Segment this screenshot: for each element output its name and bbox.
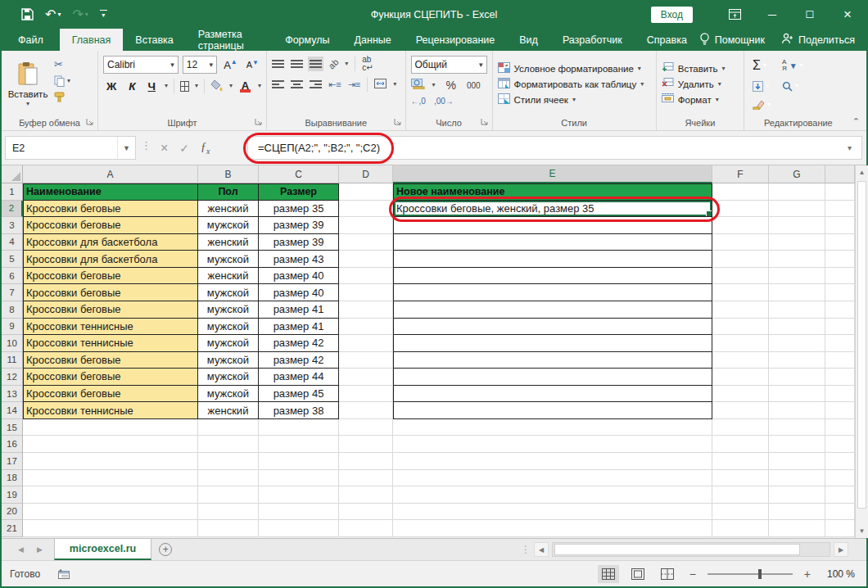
clipboard-dialog-launcher-icon[interactable]	[86, 117, 93, 127]
cell-C7[interactable]: размер 40	[259, 284, 339, 301]
cell-F12[interactable]	[712, 369, 769, 386]
row-header-8[interactable]: 8	[2, 301, 23, 319]
cell-D20[interactable]	[339, 504, 393, 521]
cell-A8[interactable]: Кроссовки беговые	[23, 301, 198, 319]
cell-B9[interactable]: мужской	[198, 319, 259, 336]
column-header-D[interactable]: D	[339, 165, 393, 183]
cell-C14[interactable]: размер 38	[259, 402, 339, 419]
cell-D12[interactable]	[339, 369, 393, 386]
cell-D19[interactable]	[339, 486, 393, 504]
customize-qat-icon[interactable]: ▾	[100, 10, 107, 19]
cell-G12[interactable]	[769, 369, 825, 386]
cell-E14[interactable]	[393, 402, 712, 419]
cell-A10[interactable]: Кроссовки теннисные	[23, 335, 198, 352]
cell-B14[interactable]: женский	[198, 402, 259, 419]
new-sheet-button[interactable]: +	[151, 539, 179, 560]
cell-B21[interactable]	[198, 520, 259, 537]
cell-A18[interactable]	[23, 470, 198, 487]
cell-B5[interactable]: мужской	[198, 251, 259, 268]
cell-H14[interactable]	[825, 402, 855, 419]
bold-button[interactable]: Ж	[103, 80, 120, 93]
cell-F18[interactable]	[712, 470, 769, 487]
cell-C16[interactable]	[259, 436, 339, 453]
column-header-G[interactable]: G	[769, 165, 825, 183]
font-color-icon[interactable]: А	[238, 80, 252, 93]
enter-icon[interactable]: ✓	[179, 142, 189, 155]
cell-H20[interactable]	[825, 504, 855, 521]
cell-C18[interactable]	[259, 470, 339, 487]
horizontal-scroll-thumb[interactable]	[554, 544, 800, 555]
cell-F15[interactable]	[712, 419, 769, 436]
align-middle-icon[interactable]	[291, 58, 303, 70]
cell-H2[interactable]	[825, 201, 855, 218]
cell-F4[interactable]	[712, 234, 769, 251]
row-header-17[interactable]: 17	[2, 453, 23, 470]
cell-F17[interactable]	[712, 453, 769, 470]
cell-D17[interactable]	[339, 453, 393, 470]
format-painter-icon[interactable]	[54, 92, 70, 102]
cell-D11[interactable]	[339, 352, 393, 369]
row-header-19[interactable]: 19	[2, 486, 23, 504]
format-cells-button[interactable]: Формат▾	[662, 93, 739, 106]
align-center-icon[interactable]	[291, 79, 303, 90]
cell-C1[interactable]: Размер	[259, 183, 339, 201]
cell-G10[interactable]	[769, 335, 825, 352]
row-header-7[interactable]: 7	[2, 284, 23, 301]
share-button[interactable]: Поделиться	[781, 33, 855, 47]
ribbon-tab[interactable]: Вставка	[123, 29, 185, 51]
row-header-20[interactable]: 20	[2, 504, 23, 521]
tab-splitter-handle[interactable]: ⋯	[520, 545, 531, 554]
cell-H7[interactable]	[825, 284, 855, 301]
name-box-dropdown-icon[interactable]: ▼	[117, 137, 135, 159]
cell-F6[interactable]	[712, 268, 769, 285]
fill-color-icon[interactable]	[210, 79, 224, 93]
align-bottom-icon[interactable]	[310, 58, 322, 70]
cell-styles-button[interactable]: Стили ячеек▾	[498, 93, 651, 106]
cell-E21[interactable]	[393, 520, 712, 537]
cell-H10[interactable]	[825, 335, 855, 352]
cell-H6[interactable]	[825, 268, 855, 285]
cell-B6[interactable]: женский	[198, 268, 259, 285]
cell-B1[interactable]: Пол	[198, 183, 259, 201]
increase-font-icon[interactable]: А▲	[221, 59, 240, 71]
cell-G14[interactable]	[769, 402, 825, 419]
ribbon-tab[interactable]: Главная	[60, 29, 124, 51]
collapse-ribbon-icon[interactable]: ⌃	[852, 116, 860, 127]
select-all-corner[interactable]	[2, 165, 23, 183]
cell-G20[interactable]	[769, 504, 825, 521]
fill-down-icon[interactable]: ▾	[753, 79, 771, 94]
cell-A11[interactable]: Кроссовки беговые	[23, 352, 198, 369]
close-button[interactable]: ×	[829, 0, 866, 29]
cell-C13[interactable]: размер 45	[259, 386, 339, 403]
ribbon-tab[interactable]: Справка	[635, 29, 699, 51]
find-select-icon[interactable]: ▾	[782, 79, 803, 94]
cell-G5[interactable]	[769, 251, 825, 268]
cell-B17[interactable]	[198, 453, 259, 470]
horizontal-scrollbar[interactable]	[552, 542, 830, 557]
increase-indent-icon[interactable]: ⇥≡	[348, 79, 361, 90]
expand-formula-bar-icon[interactable]: ▾	[848, 143, 852, 152]
cell-E8[interactable]	[393, 301, 712, 319]
cell-E1[interactable]: Новое наименование	[393, 183, 712, 201]
decrease-indent-icon[interactable]: ⇤≡	[328, 79, 341, 90]
cell-E19[interactable]	[393, 486, 712, 504]
row-header-12[interactable]: 12	[2, 369, 23, 386]
cell-D15[interactable]	[339, 419, 393, 436]
italic-button[interactable]: К	[125, 80, 138, 93]
ribbon-tab[interactable]: Разработчик	[550, 29, 635, 51]
cell-F9[interactable]	[712, 319, 769, 336]
font-dialog-launcher-icon[interactable]	[255, 117, 262, 127]
cell-A13[interactable]: Кроссовки беговые	[23, 386, 198, 403]
cell-D5[interactable]	[339, 251, 393, 268]
prev-sheet-icon[interactable]: ◀	[18, 545, 24, 554]
cell-G2[interactable]	[769, 201, 825, 218]
cell-G16[interactable]	[769, 436, 825, 453]
row-header-4[interactable]: 4	[2, 234, 23, 251]
cell-H1[interactable]	[825, 183, 855, 201]
cell-A6[interactable]: Кроссовки беговые	[23, 268, 198, 285]
delete-cells-button[interactable]: Удалить▾	[662, 78, 739, 90]
align-left-icon[interactable]	[272, 79, 284, 90]
ribbon-tab[interactable]: Вид	[507, 29, 550, 51]
cell-C5[interactable]: размер 43	[259, 251, 339, 268]
insert-function-icon[interactable]: ƒx	[201, 141, 210, 156]
